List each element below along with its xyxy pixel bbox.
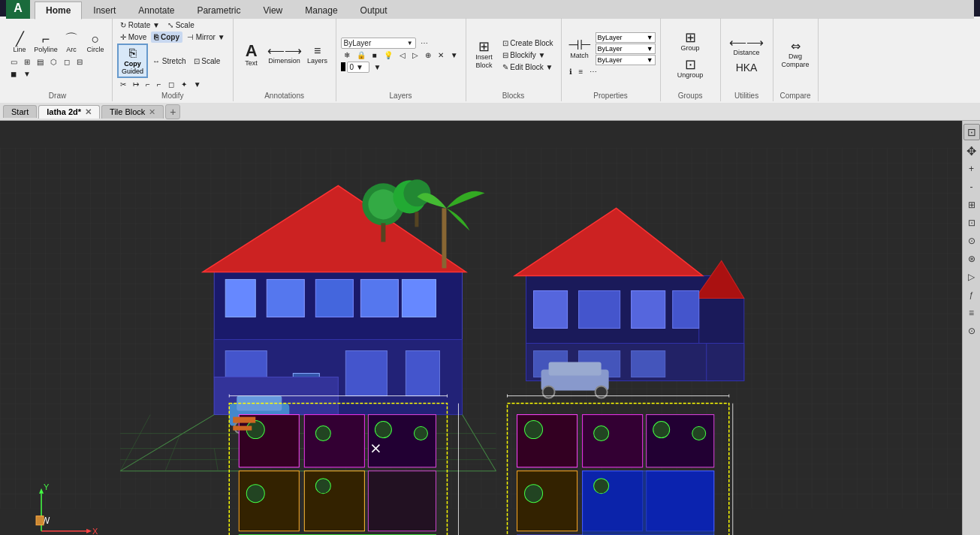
dwg-compare-button[interactable]: ⇔ DwgCompare <box>779 38 812 71</box>
insert-block-button[interactable]: ⊞ InsertBlock <box>471 38 498 73</box>
color-more-btn[interactable]: ▼ <box>371 62 384 73</box>
layer-on-btn[interactable]: 💡 <box>381 50 396 61</box>
rotate-button[interactable]: ↻ Rotate ▼ <box>117 20 163 31</box>
fillet-button[interactable]: ⌐ <box>143 79 153 90</box>
list-btn[interactable]: ℹ <box>566 66 575 77</box>
scale2-button[interactable]: ⊡ Scale <box>191 56 224 67</box>
workspace-button[interactable]: ≡ <box>964 305 979 320</box>
polyline-button[interactable]: ⌐ Polyline <box>32 30 59 56</box>
tab-insert[interactable]: Insert <box>82 2 127 19</box>
svg-rect-55 <box>239 471 299 531</box>
zoom-in-button[interactable]: + <box>964 161 979 176</box>
hka-button[interactable]: HKA <box>733 60 760 75</box>
steering-wheel-button[interactable]: ⊛ <box>964 251 979 266</box>
text-button[interactable]: A Text <box>238 41 265 70</box>
match-properties-button[interactable]: ⊣⊢ Match <box>566 36 593 62</box>
group-layers: ByLayer ▼ ⋯ ❄ 🔒 ■ 💡 ◁ ▷ ⊕ ✕ ▼ 0 ▼ ▼ <box>336 18 466 101</box>
table-button[interactable]: ⊟ <box>74 56 86 68</box>
prop-more-btn[interactable]: ⋯ <box>586 66 600 77</box>
rect-button[interactable]: ▭ <box>8 56 20 68</box>
app-button[interactable]: A <box>6 0 30 19</box>
group-icon: ⊞ <box>685 31 696 44</box>
show-motion-button[interactable]: ▷ <box>964 269 979 284</box>
mirror-button[interactable]: ⊣ Mirror ▼ <box>184 32 228 43</box>
layer-freeze-btn[interactable]: ❄ <box>341 50 353 61</box>
ungroup-button[interactable]: ⊡ Ungroup <box>674 56 707 82</box>
ribbon: ╱ Line ⌐ Polyline ⌒ Arc ○ Circle <box>0 17 980 103</box>
group-button[interactable]: ⊞ Group <box>677 29 704 55</box>
chamfer-button[interactable]: ⌐ <box>154 79 164 90</box>
tab-home[interactable]: Home <box>35 2 82 20</box>
svg-rect-11 <box>345 351 387 396</box>
layer-dropdown-btn[interactable]: ByLayer ▼ <box>341 38 416 49</box>
explode-button[interactable]: ✦ <box>178 79 190 90</box>
layer-lock-btn[interactable]: 🔒 <box>354 50 369 61</box>
tab-annotate[interactable]: Annotate <box>127 2 185 19</box>
arc-button[interactable]: ⌒ Arc <box>60 30 83 56</box>
svg-rect-73 <box>647 415 714 467</box>
create-block-btn[interactable]: ⊡ Create Block <box>499 38 556 49</box>
layers-button[interactable]: ≡ Layers <box>304 43 331 68</box>
svg-point-63 <box>246 485 264 503</box>
viewcube-button[interactable]: ⊡ <box>963 124 980 140</box>
zoom-extents-button[interactable]: ⊞ <box>964 197 979 212</box>
doc-tab-tile[interactable]: Tile Block ✕ <box>101 105 164 119</box>
tab-parametric[interactable]: Parametric <box>185 2 252 19</box>
layer-next-btn[interactable]: ▷ <box>409 50 421 61</box>
more-draw-button[interactable]: ▼ <box>20 68 34 80</box>
lineweight-dropdown[interactable]: ByLayer ▼ <box>596 44 656 54</box>
erase-button[interactable]: ◻ <box>165 79 177 90</box>
blockify-btn[interactable]: ⊟ Blockify ▼ <box>499 50 556 61</box>
distance-button[interactable]: ⟵⟶ Distance <box>730 35 763 59</box>
transparency-dropdown[interactable]: ByLayer ▼ <box>596 55 656 65</box>
annotate-scale-button[interactable]: ƒ <box>964 287 979 302</box>
close-tile-tab[interactable]: ✕ <box>149 107 155 117</box>
more-modify-button[interactable]: ▼ <box>191 79 204 90</box>
stretch-button[interactable]: ↔ Stretch <box>149 56 188 67</box>
add-tab-button[interactable]: + <box>165 104 180 119</box>
circle-button[interactable]: ○ Circle <box>83 30 107 56</box>
close-latha-tab[interactable]: ✕ <box>85 107 92 117</box>
layer-more2-btn[interactable]: ▼ <box>448 50 461 61</box>
canvas-svg: W X Y <box>0 121 962 535</box>
layer-color-btn[interactable]: ■ <box>369 50 380 61</box>
main-area: W X Y ⊡ ✥ + - ⊞ ⊡ ⊙ ⊛ ▷ ƒ ≡ ⊙ <box>0 121 980 535</box>
canvas-area[interactable]: W X Y <box>0 121 962 535</box>
svg-rect-6 <box>360 279 398 317</box>
svg-text:Y: Y <box>44 482 50 491</box>
hatch-button[interactable]: ⊞ <box>21 56 33 68</box>
tab-view[interactable]: View <box>252 2 294 19</box>
tab-manage[interactable]: Manage <box>294 2 348 19</box>
layer-prev-btn[interactable]: ◁ <box>397 50 409 61</box>
line-button[interactable]: ╱ Line <box>8 30 32 56</box>
settings-button[interactable]: ⊙ <box>964 323 979 338</box>
wipeout-button[interactable]: ◼ <box>8 68 20 80</box>
doc-tab-start[interactable]: Start <box>3 105 37 118</box>
color-num[interactable]: 0 ▼ <box>347 62 369 73</box>
copy-button[interactable]: ⎘ Copy <box>151 32 182 43</box>
zoom-out-button[interactable]: - <box>964 179 979 194</box>
boundary-button[interactable]: ⬡ <box>47 56 60 68</box>
copy-guided-button[interactable]: ⎘ Copy Guided <box>117 44 148 78</box>
tab-output[interactable]: Output <box>349 2 399 19</box>
3d-orbit-button[interactable]: ⊙ <box>964 233 979 248</box>
edit-block-btn[interactable]: ✎ Edit Block ▼ <box>499 62 556 73</box>
polyline-icon: ⌐ <box>42 32 50 46</box>
svg-rect-69 <box>233 426 252 431</box>
layer-extra-btn[interactable]: ⊕ <box>422 50 434 61</box>
layer-del-btn[interactable]: ✕ <box>435 50 447 61</box>
gradient-button[interactable]: ▤ <box>34 56 47 68</box>
linetype-dropdown[interactable]: ByLayer ▼ <box>596 32 656 43</box>
layer-more-btn[interactable]: ⋯ <box>418 38 431 49</box>
quickcalc-btn[interactable]: ≡ <box>576 66 586 77</box>
scale-button[interactable]: ⤡ Scale <box>164 20 198 31</box>
pan-button[interactable]: ✥ <box>964 143 979 158</box>
extend-button[interactable]: ↦ <box>130 79 142 90</box>
dimension-button[interactable]: ⟵⟶ Dimension <box>268 43 301 68</box>
doc-tab-latha[interactable]: latha 2d* ✕ <box>38 105 100 119</box>
zoom-window-button[interactable]: ⊡ <box>964 215 979 230</box>
region-button[interactable]: ◻ <box>61 56 73 68</box>
move-button[interactable]: ✛ Move <box>117 32 149 43</box>
trim-button[interactable]: ✂ <box>117 79 129 90</box>
svg-point-79 <box>525 421 543 439</box>
